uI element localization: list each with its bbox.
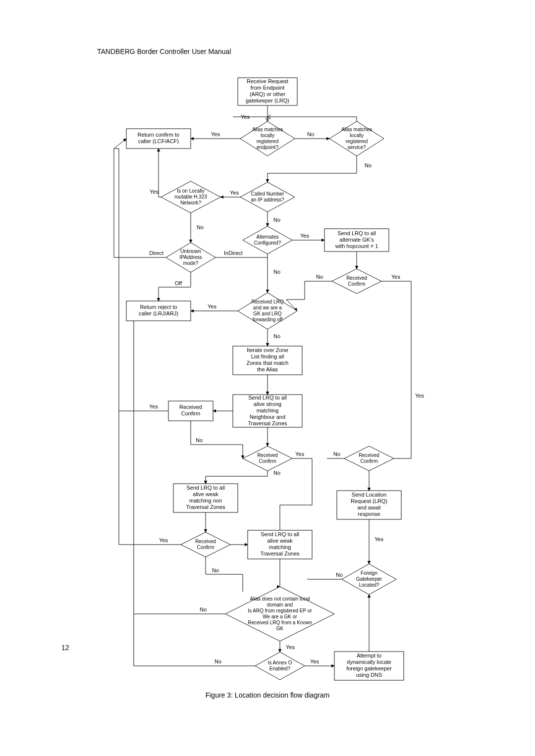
node-return_confirm: Return confirm tocaller (LCF/ACF)	[126, 129, 191, 149]
node-arq_check: Alias does not contain localdomain andIs…	[225, 587, 334, 641]
node-send_strong-line-4: Traversal Zones	[248, 420, 287, 426]
node-send_loc_req: Send LocationRequest (LRQ)and awaitrespo…	[337, 491, 401, 519]
node-send_loc_req-line-3: response	[358, 511, 380, 517]
node-send_loc_req-line-1: Request (LRQ)	[351, 498, 387, 504]
node-start-line-2: (ARQ) or other	[250, 91, 285, 97]
node-recv_confirm_alt: ReceivedConfirm	[332, 269, 381, 294]
edge-label: No	[336, 572, 343, 578]
node-iterate_zones-line-2: Zones that match	[247, 360, 289, 366]
node-alias_local_ep-line-2: registered	[257, 139, 278, 144]
node-alias_local_ep-line-0: Alias matches	[252, 127, 283, 132]
node-send_weak_non_trav-line-1: alive weak	[193, 491, 218, 497]
edge-label: Yes	[295, 451, 304, 457]
edge-label: No	[307, 131, 314, 137]
node-foreign_gk-line-0: Foreign	[361, 570, 377, 576]
edge-label: No	[273, 269, 280, 275]
node-recv_lrq_gk-line-0: Received LRQ	[251, 299, 283, 304]
node-annex_o-line-1: Enabled?	[269, 666, 291, 671]
node-arq_check-line-3: We are a GK or	[263, 614, 297, 619]
node-send_strong-line-1: alive strong	[254, 401, 281, 407]
node-unknown_ip_mode-line-2: mode?	[183, 260, 199, 266]
node-recv_confirm_strong: ReceivedConfirm	[168, 401, 213, 421]
node-start: Receive Requestfrom Endpoint(ARQ) or oth…	[238, 78, 297, 105]
edge-label: InDirect	[224, 250, 243, 256]
node-attempt_dns-line-0: Attempt to	[357, 653, 381, 658]
edge-label: No	[197, 224, 204, 230]
node-send_weak_trav-line-1: alive weak	[267, 538, 293, 544]
edge-label: Yes	[211, 131, 220, 137]
node-send_weak_non_trav-line-0: Send LRQ to all	[186, 485, 225, 491]
edge-label: Yes	[208, 303, 216, 309]
node-unknown_ip_mode: UnknownIPAddressmode?	[166, 243, 215, 272]
node-foreign_gk-line-1: Gatekeeper	[356, 576, 382, 582]
edge-label: No	[365, 162, 372, 168]
node-recv_confirm_alt-line-0: Received	[346, 275, 367, 281]
node-send_weak_non_trav-line-3: Traversal Zones	[186, 504, 225, 510]
node-called_ip-line-0: Called Number	[251, 191, 284, 197]
edge-label: Yes	[391, 274, 400, 280]
edge-label: No	[200, 606, 207, 612]
edge-label: Yes	[149, 403, 158, 409]
node-recv_confirm_right-line-1: Confirm	[360, 458, 377, 464]
node-send_alt-line-0: Send LRQ to all	[337, 230, 376, 236]
edge-label: No	[273, 217, 280, 223]
node-send_weak_trav: Send LRQ to allalive weakmatchingTravers…	[248, 530, 312, 559]
node-recv_lrq_gk: Received LRQand we are aGK and LRQforwar…	[238, 293, 297, 329]
node-send_weak_trav-line-0: Send LRQ to all	[261, 531, 299, 537]
node-annex_o-line-0: Is Annex O	[268, 660, 292, 665]
node-recv_confirm_strong-line-0: Received	[179, 404, 202, 410]
node-send_weak_non_trav-line-2: matching non	[189, 498, 222, 504]
node-iterate_zones: Iterate over ZoneList finding allZones t…	[233, 346, 302, 375]
node-attempt_dns: Attempt todynamically locateforeign gate…	[334, 652, 404, 680]
node-send_alt-line-2: with hopcount = 1	[335, 243, 378, 249]
node-iterate_zones-line-1: List finding all	[251, 353, 284, 359]
node-attempt_dns-line-2: foreign gatekeeper	[346, 665, 392, 671]
flowchart-svg: Receive Requestfrom Endpoint(ARQ) or oth…	[94, 74, 441, 688]
edge-label: No	[316, 274, 323, 280]
node-start-line-1: from Endpoint	[251, 85, 284, 91]
node-send_weak_trav-line-3: Traversal Zones	[260, 551, 300, 556]
node-recv_confirm_alt-line-1: Confirm	[348, 281, 365, 287]
node-routable_net-line-1: routable H.323	[174, 194, 207, 200]
edge-label: Yes	[241, 114, 250, 120]
node-arq_check-line-1: domain and	[267, 602, 293, 607]
node-recv_confirm_mid-line-1: Confirm	[259, 458, 276, 464]
node-arq_check-line-2: Is ARQ from registered EP or	[248, 608, 312, 613]
node-send_strong: Send LRQ to allalive strongmatchingNeigh…	[233, 395, 302, 427]
node-unknown_ip_mode-line-1: IPAddress	[179, 254, 202, 260]
node-send_alt-line-1: alternate GK's	[339, 237, 374, 243]
node-arq_check-line-0: Alias does not contain local	[250, 596, 310, 602]
node-recv_confirm_mid-line-0: Received	[257, 453, 278, 458]
edge-label: No	[214, 658, 221, 664]
node-arq_check-line-4: Received LRQ from a Known	[248, 620, 312, 625]
node-routable_net-line-2: Network?	[180, 200, 202, 205]
node-send_alt: Send LRQ to allalternate GK'swith hopcou…	[324, 229, 389, 252]
node-called_ip: Called Numberan IP address?	[240, 182, 295, 212]
node-recv_lrq_gk-line-2: GK and LRQ	[253, 311, 281, 316]
edge-label: Yes	[230, 190, 239, 196]
node-send_weak_trav-line-2: matching	[269, 544, 291, 550]
node-unknown_ip_mode-line-0: Unknown	[180, 249, 201, 254]
node-recv_confirm_strong-line-1: Confirm	[181, 410, 201, 416]
node-foreign_gk-line-2: Located?	[359, 582, 379, 588]
node-alias_local_ep-line-3: endpoint?	[257, 145, 278, 150]
node-foreign_gk: ForeignGatekeeperLocated?	[342, 564, 396, 595]
node-recv_confirm_right: ReceivedConfirm	[344, 446, 394, 471]
node-recv_confirm_mid: ReceivedConfirm	[243, 446, 292, 471]
edge-label: No	[212, 567, 219, 573]
node-send_weak_non_trav: Send LRQ to allalive weakmatching nonTra…	[173, 484, 238, 512]
node-iterate_zones-line-3: the Alias	[257, 366, 278, 372]
node-return_reject-line-0: Return reject to	[140, 304, 177, 310]
node-called_ip-line-1: an IP address?	[251, 197, 284, 202]
node-alias_local_ep: Alias matcheslocallyregisteredendpoint?	[240, 121, 295, 156]
node-alias_local_svc: Alias matcheslocallyregisteredservice?	[329, 121, 384, 156]
edge-label: Yes	[374, 536, 383, 542]
edge-label: Off	[175, 280, 182, 286]
edge-label: No	[196, 437, 203, 443]
node-send_loc_req-line-0: Send Location	[352, 492, 386, 498]
node-alternates_cfg-line-1: Configured?	[254, 240, 281, 246]
node-recv_lrq_gk-line-1: and we are a	[253, 305, 282, 310]
node-routable_net: Is on Locallyroutable H.323Network?	[161, 181, 220, 213]
edge-label: Yes	[300, 233, 309, 239]
node-return_reject-line-1: caller (LRJ/ARJ)	[139, 310, 178, 316]
